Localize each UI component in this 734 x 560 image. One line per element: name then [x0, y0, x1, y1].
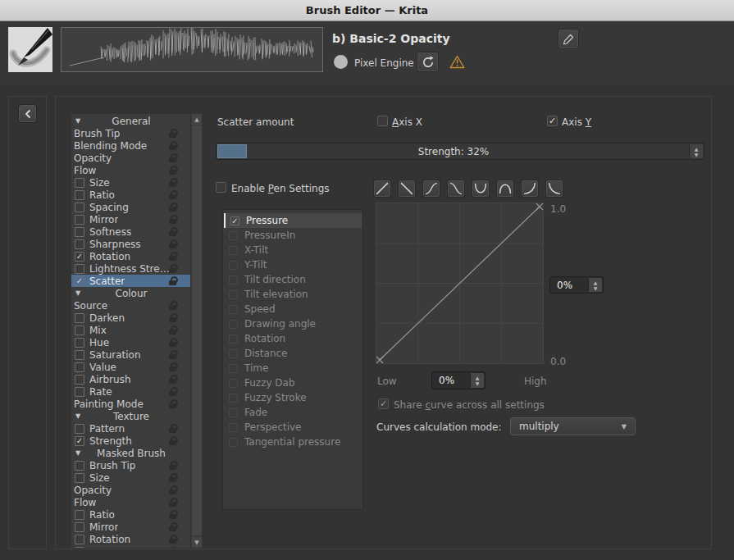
option-checkbox[interactable]	[75, 473, 84, 483]
option-checkbox[interactable]	[75, 387, 84, 397]
curve-preset-u-curve-button[interactable]	[472, 180, 490, 198]
sensor-checkbox[interactable]	[229, 438, 238, 447]
strength-spin-buttons[interactable]: ▲▼	[689, 144, 703, 158]
sidebar-item-painting-mode[interactable]: Painting Mode	[71, 398, 190, 410]
option-checkbox[interactable]	[75, 313, 84, 323]
collapse-triangle-icon[interactable]: ▼	[75, 117, 84, 125]
strength-slider[interactable]: Strength: 32% ▲▼	[216, 143, 704, 160]
sidebar-section-masked-brush[interactable]: ▼Masked Brush	[71, 447, 190, 459]
option-checkbox[interactable]	[75, 190, 84, 200]
sidebar-item-softness[interactable]: Softness	[71, 225, 190, 238]
axis-y-checkbox[interactable]: ✓	[547, 116, 558, 126]
sensor-item-y-tilt[interactable]: Y-Tilt	[224, 257, 362, 272]
option-checkbox[interactable]	[75, 227, 84, 237]
curve-preset-arch-curve-button[interactable]	[496, 180, 514, 198]
sensor-checkbox[interactable]	[229, 290, 238, 299]
axis-x-label[interactable]: Axis X	[392, 116, 422, 128]
sidebar-item-rate[interactable]: Rate	[71, 385, 190, 398]
sidebar-item-rotation[interactable]: ✓Rotation	[71, 250, 190, 262]
sensor-item-fuzzy-stroke[interactable]: Fuzzy Stroke	[224, 390, 362, 405]
option-checkbox[interactable]	[75, 326, 84, 335]
sensor-item-fade[interactable]: Fade	[224, 405, 362, 420]
share-curve-checkbox[interactable]: ✓	[378, 398, 389, 409]
scrollbar-thumb[interactable]	[192, 125, 202, 535]
sidebar-item-scatter[interactable]: ✓Scatter	[71, 275, 190, 287]
back-button[interactable]	[18, 104, 37, 123]
sensor-checkbox[interactable]	[229, 246, 238, 255]
option-checkbox[interactable]	[75, 461, 84, 471]
curve-value-spin-buttons[interactable]: ▲▼	[588, 278, 602, 292]
option-checkbox[interactable]	[75, 178, 84, 188]
sidebar-item-ratio[interactable]: Ratio	[71, 508, 190, 521]
sidebar-item-mix[interactable]: Mix	[71, 324, 190, 336]
scroll-up-button[interactable]: ▲	[192, 114, 202, 125]
sidebar-item-rotation[interactable]: Rotation	[71, 533, 190, 545]
sensor-item-speed[interactable]: Speed	[224, 302, 362, 316]
sidebar-item-sharpness[interactable]: Sharpness	[71, 238, 190, 250]
edit-preset-button[interactable]	[558, 29, 579, 49]
collapse-triangle-icon[interactable]: ▼	[75, 412, 84, 420]
sidebar-item-strength[interactable]: ✓Strength	[71, 435, 190, 447]
sensor-checkbox[interactable]: ✓	[230, 216, 239, 225]
scroll-down-button[interactable]: ▼	[192, 537, 202, 548]
option-checkbox[interactable]: ✓	[75, 252, 84, 262]
option-checkbox[interactable]	[75, 362, 84, 372]
curve-preset-s-curve-down-button[interactable]	[447, 180, 465, 198]
option-checkbox[interactable]	[75, 535, 84, 544]
option-checkbox[interactable]: ✓	[75, 436, 84, 446]
sidebar-item-size[interactable]: Size	[71, 471, 190, 484]
sensor-checkbox[interactable]	[229, 305, 238, 314]
sensor-item-rotation[interactable]: Rotation	[224, 331, 362, 346]
sensor-item-pressure[interactable]: ✓Pressure	[224, 213, 362, 228]
sidebar-item-darken[interactable]: Darken	[71, 312, 190, 324]
reload-preset-button[interactable]	[417, 52, 439, 72]
option-checkbox[interactable]	[75, 239, 84, 249]
curve-preset-l-curve-button[interactable]	[545, 180, 563, 198]
sensor-checkbox[interactable]	[229, 408, 238, 417]
curve-preset-j-curve-button[interactable]	[521, 180, 539, 198]
sidebar-section-general[interactable]: ▼General	[71, 115, 190, 127]
sensor-item-x-tilt[interactable]: X-Tilt	[224, 243, 362, 257]
sidebar-item-flow[interactable]: Flow	[71, 496, 190, 508]
sidebar-item-size[interactable]: Size	[71, 176, 190, 189]
low-value-spinbox[interactable]: 0% ▲▼	[431, 371, 486, 389]
axis-x-checkbox[interactable]	[377, 116, 388, 126]
sensor-item-tangential-pressure[interactable]: Tangential pressure	[224, 435, 362, 449]
sensor-checkbox[interactable]	[229, 275, 238, 285]
sensor-checkbox[interactable]	[229, 320, 238, 329]
option-checkbox[interactable]: ✓	[75, 276, 84, 286]
sidebar-item-spacing[interactable]: Spacing	[71, 201, 190, 213]
curve-preset-s-curve-up-button[interactable]	[422, 180, 440, 198]
enable-pen-settings-checkbox[interactable]	[216, 182, 226, 193]
option-checkbox[interactable]	[75, 350, 84, 360]
sidebar-item-pattern[interactable]: Pattern	[71, 422, 190, 435]
sidebar-item-brush-tip[interactable]: Brush Tip	[71, 127, 190, 139]
sensor-checkbox[interactable]	[229, 364, 238, 373]
sensor-item-fuzzy-dab[interactable]: Fuzzy Dab	[224, 376, 362, 390]
option-checkbox[interactable]	[75, 203, 84, 212]
option-checkbox[interactable]	[75, 215, 84, 225]
sidebar-item-saturation[interactable]: Saturation	[71, 348, 190, 361]
option-checkbox[interactable]	[75, 522, 84, 532]
option-checkbox[interactable]	[75, 264, 84, 274]
brush-scratchpad[interactable]	[61, 27, 323, 72]
sensor-checkbox[interactable]	[229, 335, 238, 344]
collapse-triangle-icon[interactable]: ▼	[75, 449, 84, 457]
sidebar-item-mirror[interactable]: Mirror	[71, 213, 190, 225]
sidebar-item-ratio[interactable]: Ratio	[71, 189, 190, 201]
sidebar-item-opacity[interactable]: Opacity	[71, 152, 190, 164]
sidebar-item-lightness-stre[interactable]: Lightness Stre…	[71, 262, 190, 275]
sidebar-item-blending-mode[interactable]: Blending Mode	[71, 139, 190, 152]
sidebar-scrollbar[interactable]: ▲ ▼	[190, 114, 202, 548]
sensor-item-time[interactable]: Time	[224, 361, 362, 376]
sensor-checkbox[interactable]	[229, 261, 238, 270]
sidebar-item-airbrush[interactable]: Airbrush	[71, 373, 190, 385]
sidebar-item-brush-tip[interactable]: Brush Tip	[71, 459, 190, 471]
option-checkbox[interactable]	[75, 510, 84, 520]
sensor-checkbox[interactable]	[229, 349, 238, 358]
sidebar-item-scatter[interactable]: Scatter	[71, 545, 190, 548]
curve-preset-linear-down-button[interactable]	[398, 180, 416, 198]
window-titlebar[interactable]: Brush Editor — Krita	[0, 0, 734, 21]
sidebar-item-opacity[interactable]: Opacity	[71, 484, 190, 496]
sensor-item-perspective[interactable]: Perspective	[224, 420, 362, 435]
